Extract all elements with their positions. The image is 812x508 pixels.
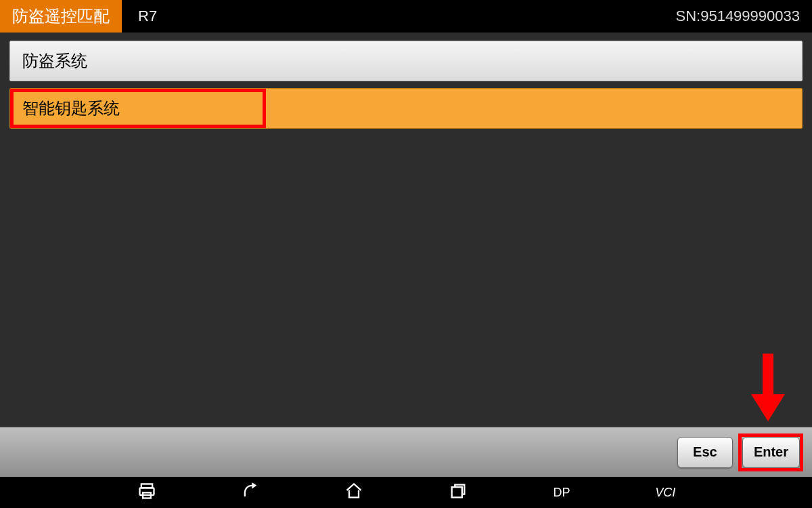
main-content: 防盗系统 智能钥匙系统 [0,33,812,427]
enter-button[interactable]: Enter [742,437,800,468]
nav-home[interactable] [302,477,406,508]
nav-vci[interactable]: VCI [614,477,717,508]
header-title-text: 防盗遥控匹配 [12,5,110,27]
printer-icon [137,482,156,503]
svg-marker-0 [751,354,785,421]
nav-spacer [717,477,812,508]
footer-bar: Esc Enter [0,427,812,477]
menu-item-smart-key-system[interactable]: 智能钥匙系统 [9,88,803,129]
menu-item-antitheft-system[interactable]: 防盗系统 [9,41,803,81]
header-title-tab: 防盗遥控匹配 [0,0,122,33]
header-serial-text: SN:951499990033 [676,7,800,25]
esc-button-label: Esc [693,444,717,459]
menu-item-label: 防盗系统 [22,50,87,72]
svg-marker-4 [252,482,256,488]
back-icon [241,482,260,503]
header-model-text: R7 [138,7,157,25]
enter-button-label: Enter [754,444,788,459]
nav-dp[interactable]: DP [510,477,613,508]
svg-rect-2 [139,488,154,495]
nav-spacer [0,477,95,508]
header-bar: 防盗遥控匹配 R7 SN:951499990033 [0,0,812,33]
nav-vci-label: VCI [655,486,675,500]
recent-apps-icon [449,482,468,503]
nav-dp-label: DP [553,486,570,500]
header-model: R7 [122,0,173,33]
system-navbar: DP VCI [0,477,812,508]
menu-item-label: 智能钥匙系统 [22,98,120,119]
nav-print[interactable] [95,477,198,508]
svg-rect-5 [451,487,461,497]
annotation-arrow-down-icon [751,354,785,421]
home-icon [344,482,363,503]
header-serial: SN:951499990033 [664,0,813,33]
esc-button[interactable]: Esc [677,437,733,468]
nav-back[interactable] [198,477,302,508]
nav-recent[interactable] [406,477,510,508]
